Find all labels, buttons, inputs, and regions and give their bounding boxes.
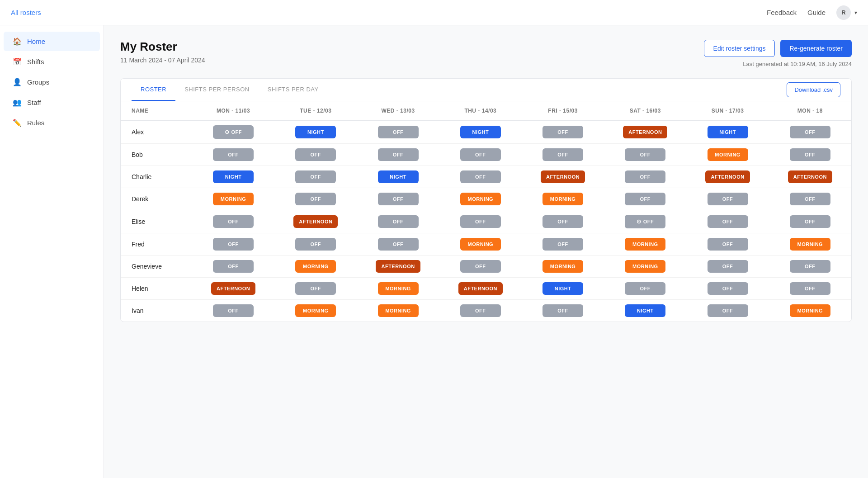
shift-label: MORNING xyxy=(632,264,658,269)
shift-cell: OFF xyxy=(686,210,769,233)
shift-badge: OFF xyxy=(378,215,419,228)
shift-cell: AFTERNOON xyxy=(357,256,439,278)
shift-badge: OFF xyxy=(542,126,583,138)
col-sat16: SAT - 16/03 xyxy=(604,101,686,121)
shift-label: OFF xyxy=(393,129,404,135)
page-header: My Roster 11 March 2024 - 07 April 2024 … xyxy=(120,40,852,67)
shift-cell: OFF xyxy=(274,144,357,166)
shift-label: MORNING xyxy=(797,241,823,247)
shift-badge: OFF xyxy=(625,170,665,183)
shifts-icon: 📅 xyxy=(13,57,22,66)
tab-roster[interactable]: ROSTER xyxy=(132,79,175,101)
all-rosters-link[interactable]: All rosters xyxy=(11,9,41,17)
shift-cell: ⊙OFF xyxy=(604,210,686,233)
shift-label: OFF xyxy=(640,152,651,157)
shift-label: NIGHT xyxy=(390,174,406,180)
user-menu[interactable]: R ▾ xyxy=(836,5,857,20)
sidebar: 🏠 Home 📅 Shifts 👤 Groups 👥 Staff ✏️ Rule… xyxy=(0,25,104,478)
home-icon: 🏠 xyxy=(13,37,22,46)
main-content: My Roster 11 March 2024 - 07 April 2024 … xyxy=(104,25,868,478)
shift-cell: MORNING xyxy=(522,188,604,210)
shift-cell: MORNING xyxy=(274,256,357,278)
shift-cell: OFF xyxy=(192,144,274,166)
shift-badge: ⊙OFF xyxy=(213,125,254,139)
roster-table: NAME MON - 11/03 TUE - 12/03 WED - 13/03… xyxy=(121,101,851,322)
shift-cell: OFF xyxy=(604,188,686,210)
table-row: IvanOFFMORNINGMORNINGOFFOFFNIGHTOFFMORNI… xyxy=(121,300,851,322)
shift-label: OFF xyxy=(722,264,733,269)
shift-badge: AFTERNOON xyxy=(293,215,338,228)
sidebar-item-groups[interactable]: 👤 Groups xyxy=(4,72,100,92)
regenerate-roster-button[interactable]: Re-generate roster xyxy=(780,40,852,57)
shift-cell: OFF xyxy=(769,278,851,300)
shift-cell: AFTERNOON xyxy=(686,166,769,188)
shift-label: MORNING xyxy=(467,196,493,202)
shift-badge: OFF xyxy=(708,282,748,295)
shift-label: OFF xyxy=(393,219,404,224)
shift-cell: AFTERNOON xyxy=(439,278,522,300)
shift-cell: OFF xyxy=(769,144,851,166)
shift-cell: NIGHT xyxy=(604,300,686,322)
shift-badge: OFF xyxy=(378,238,419,251)
sidebar-item-shifts[interactable]: 📅 Shifts xyxy=(4,52,100,71)
shift-label: OFF xyxy=(393,241,404,247)
shift-badge: OFF xyxy=(213,260,254,273)
shift-cell: OFF xyxy=(522,121,604,144)
shift-cell: OFF xyxy=(686,278,769,300)
shift-badge: OFF xyxy=(460,215,501,228)
sidebar-item-home[interactable]: 🏠 Home xyxy=(4,32,100,51)
shift-badge: OFF xyxy=(295,282,336,295)
tab-shifts-per-day[interactable]: SHIFTS PER DAY xyxy=(259,79,328,101)
feedback-link[interactable]: Feedback xyxy=(767,9,797,16)
shift-badge: OFF xyxy=(378,148,419,161)
shift-cell: MORNING xyxy=(522,256,604,278)
shift-cell: OFF xyxy=(192,233,274,256)
shift-label: AFTERNOON xyxy=(299,219,332,224)
sidebar-item-home-label: Home xyxy=(27,38,45,45)
sidebar-item-staff[interactable]: 👥 Staff xyxy=(4,93,100,112)
shift-cell: AFTERNOON xyxy=(769,166,851,188)
table-row: GenevieveOFFMORNINGAFTERNOONOFFMORNINGMO… xyxy=(121,256,851,278)
shift-label: OFF xyxy=(311,286,321,291)
shift-cell: OFF xyxy=(192,210,274,233)
shift-badge: OFF xyxy=(708,238,748,251)
col-wed13: WED - 13/03 xyxy=(357,101,439,121)
shift-cell: AFTERNOON xyxy=(522,166,604,188)
roster-table-body: Alex⊙OFFNIGHTOFFNIGHTOFFAFTERNOONNIGHTOF… xyxy=(121,121,851,322)
shift-cell: OFF xyxy=(192,256,274,278)
shift-cell: OFF xyxy=(439,210,522,233)
tab-list: ROSTER SHIFTS PER PERSON SHIFTS PER DAY xyxy=(132,79,328,101)
shift-label: OFF xyxy=(557,219,568,224)
shift-badge: OFF xyxy=(708,193,748,205)
shift-label: MORNING xyxy=(385,286,411,291)
guide-link[interactable]: Guide xyxy=(807,9,826,16)
shift-cell: OFF xyxy=(274,278,357,300)
tab-shifts-per-person[interactable]: SHIFTS PER PERSON xyxy=(175,79,259,101)
staff-name: Derek xyxy=(121,188,192,210)
shift-badge: MORNING xyxy=(213,193,254,205)
shift-cell: MORNING xyxy=(604,233,686,256)
roster-card: ROSTER SHIFTS PER PERSON SHIFTS PER DAY … xyxy=(120,78,852,322)
table-row: CharlieNIGHTOFFNIGHTOFFAFTERNOONOFFAFTER… xyxy=(121,166,851,188)
shift-badge: OFF xyxy=(708,215,748,228)
shift-badge: MORNING xyxy=(295,304,336,317)
staff-name: Helen xyxy=(121,278,192,300)
sidebar-item-rules-label: Rules xyxy=(27,119,44,127)
shift-label: NIGHT xyxy=(472,129,489,135)
shift-badge: AFTERNOON xyxy=(541,170,585,183)
shift-label: NIGHT xyxy=(307,129,324,135)
shift-cell: AFTERNOON xyxy=(192,278,274,300)
shift-cell: OFF xyxy=(357,210,439,233)
shift-badge: OFF xyxy=(542,304,583,317)
table-row: FredOFFOFFOFFMORNINGOFFMORNINGOFFMORNING xyxy=(121,233,851,256)
shift-badge: OFF xyxy=(708,260,748,273)
clock-icon: ⊙ xyxy=(225,129,230,135)
shift-cell: ⊙OFF xyxy=(192,121,274,144)
table-row: EliseOFFAFTERNOONOFFOFFOFF⊙OFFOFFOFF xyxy=(121,210,851,233)
shift-cell: MORNING xyxy=(192,188,274,210)
download-csv-button[interactable]: Download .csv xyxy=(787,82,840,97)
shift-label: AFTERNOON xyxy=(381,264,415,269)
shift-badge: NIGHT xyxy=(708,126,748,138)
sidebar-item-rules[interactable]: ✏️ Rules xyxy=(4,113,100,133)
edit-roster-settings-button[interactable]: Edit roster settings xyxy=(704,40,775,57)
